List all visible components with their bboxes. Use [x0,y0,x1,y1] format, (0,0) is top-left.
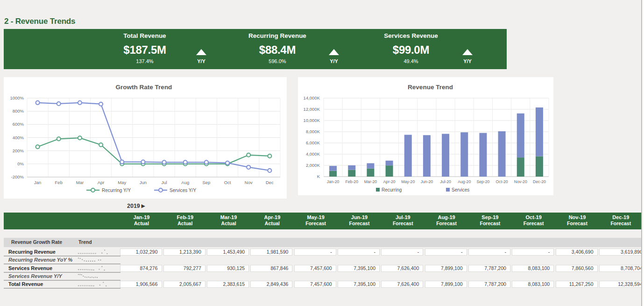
up-triangle-icon [196,49,206,55]
growth-rate-trend-chart: Growth Rate Trend1000%800%600%400%200%0%… [4,77,287,199]
column-header-dec-19: Dec-19Forecast [599,213,642,229]
kpi-value: $99.0M [369,41,453,58]
page-title: 2 - Revenue Trends [4,17,75,26]
svg-text:2,000K: 2,000K [306,163,320,168]
value-cell: 1,981,590 [250,249,292,256]
table-rows: Recurring Revenue1,032,2901,213,3901,453… [4,248,642,290]
value-cell: - [425,249,467,256]
value-cell: 7,395,100 [338,281,380,288]
x-axis-labels: JanFebMarAprMayJunJulAugSepOctNovDec [34,180,274,185]
up-triangle-icon [462,49,473,55]
row-label: Recurring Revenue [8,249,56,255]
column-month: Nov-19 [556,214,599,220]
y-axis-labels: 14,000K12,000K10,000K8,000K6,000K4,000K2… [304,95,320,179]
value-cell: 7,860,560 [556,265,598,272]
column-month: Sep-19 [468,214,512,220]
column-header-jan-19: Jan-19Actual [120,213,163,229]
value-cell: 867,846 [250,265,292,272]
value-cell: 874,276 [120,265,162,272]
revenue-trend-chart: Revenue Trend14,000K12,000K10,000K8,000K… [298,77,553,195]
value-cell: 12,328,594 [599,281,644,288]
svg-text:4,000K: 4,000K [306,151,320,157]
year-label: 2019 [127,203,140,209]
svg-text:Feb-20: Feb-20 [345,179,358,184]
column-status: Forecast [338,221,381,226]
table-section-band: Revenue Growth Rate Trend [4,238,642,247]
value-cell: 8,708,704 [599,265,644,272]
svg-text:Jan: Jan [34,180,41,185]
svg-text:Aug-20: Aug-20 [458,179,471,184]
value-cell: 7,626,400 [381,265,423,272]
svg-text:Nov: Nov [245,180,253,185]
table-column-header-band: Jan-19ActualFeb-19ActualMar-19ActualApr-… [4,213,642,229]
value-cell: 792,277 [163,265,205,272]
table-row-recurring-revenue-yoy-: Recurring Revenue YoY % [4,256,642,264]
svg-text:6,000K: 6,000K [306,140,320,145]
row-separator [4,288,120,289]
svg-text:Sep-20: Sep-20 [476,179,489,184]
legend: Recurring Y/YServices Y/Y [86,188,196,193]
svg-text:Mar: Mar [76,180,84,185]
column-header-feb-19: Feb-19Actual [163,213,207,229]
column-month: Dec-19 [599,214,642,220]
value-cell: 8,083,100 [512,281,554,288]
svg-text:Recurring Y/Y: Recurring Y/Y [102,188,131,193]
column-month: Jan-19 [120,214,163,220]
column-status: Forecast [468,221,512,226]
y-axis-labels: 1000%800%600%400%200%0%-200% [10,95,24,179]
kpi-delta-pct: 596.0% [235,58,319,66]
svg-text:Revenue Trend: Revenue Trend [408,84,453,91]
column-header-jul-19: Jul-19Forecast [381,213,425,229]
svg-text:8,000K: 8,000K [306,129,320,134]
value-cell: 7,395,100 [338,265,380,272]
column-month: Oct-19 [512,214,555,220]
value-cell: 2,383,615 [207,281,249,288]
svg-text:Jul: Jul [162,180,167,185]
value-cell: 7,457,600 [294,281,336,288]
row-separator [4,280,120,281]
column-status: Actual [163,221,207,226]
table-row-services-revenue-y-y: Services Revenue Y/Y [4,272,642,280]
value-cell: 930,125 [207,265,249,272]
up-triangle-icon [329,49,339,55]
value-cell: 7,457,600 [294,265,336,272]
svg-text:0%: 0% [17,161,24,166]
svg-text:Oct-20: Oct-20 [496,179,508,184]
svg-text:1000%: 1000% [10,95,24,100]
value-cell: 7,787,200 [468,265,510,272]
svg-text:Aug: Aug [181,180,189,185]
kpi-value: $187.5M [103,41,187,58]
value-cell: 7,626,400 [381,281,423,288]
kpi-recurring-revenue: Recurring Revenue$88.4M596.0%Y/Y [235,32,348,66]
svg-text:12,000K: 12,000K [304,107,320,112]
expand-arrow-icon: ▶ [142,203,145,208]
svg-text:Feb: Feb [55,180,63,185]
trend-sparkline [78,257,114,263]
x-axis-labels: Jan-20Feb-20Mar-20Apr-20May-20Jun-20Jul-… [327,179,546,184]
value-cell: - [468,249,510,256]
column-header-apr-19: Apr-19Actual [250,213,294,229]
column-month: Feb-19 [163,214,207,220]
value-cell: - [338,249,380,256]
column-header-jun-19: Jun-19Forecast [338,213,381,229]
svg-text:-200%: -200% [11,174,24,179]
row-label: Recurring Revenue YoY % [8,257,72,263]
value-cell: - [381,249,423,256]
trend-sparkline [78,273,114,279]
column-status: Forecast [294,221,338,226]
column-month: May-19 [294,214,338,220]
trend-sparkline [78,265,114,271]
svg-text:Nov-20: Nov-20 [514,179,527,184]
value-cell: 1,906,566 [120,281,162,288]
row-label: Total Revenue [8,281,43,287]
svg-text:Apr-20: Apr-20 [383,179,396,184]
column-header-oct-19: Oct-19Forecast [512,213,555,229]
column-header-nov-19: Nov-19Forecast [556,213,599,229]
row-separator [4,263,120,264]
year-expand-control[interactable]: 2019▶ [127,203,145,209]
section-header: Revenue Growth Rate [11,239,62,245]
column-status: Actual [120,221,163,226]
row-separator [4,272,120,273]
pane-gutter [642,0,644,306]
svg-text:200%: 200% [13,148,24,153]
